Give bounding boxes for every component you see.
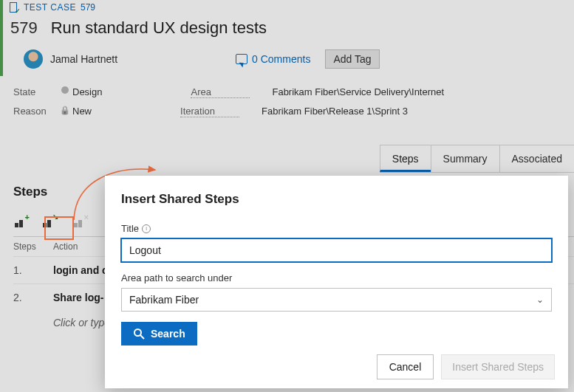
- search-button[interactable]: Search: [121, 322, 197, 345]
- area-path-select[interactable]: Fabrikam Fiber ⌄: [121, 288, 552, 312]
- fields-block: State Design Area Fabrikam Fiber\Service…: [0, 76, 574, 117]
- title-field-label: Title i: [121, 223, 552, 234]
- work-item-type-id: 579: [81, 2, 95, 13]
- tab-summary[interactable]: Summary: [431, 145, 499, 172]
- dialog-footer: Cancel Insert Shared Steps: [377, 354, 555, 379]
- area-path-value: Fabrikam Fiber: [129, 294, 199, 306]
- step-number: 2.: [13, 292, 43, 303]
- work-item-type-label: TEST CASE: [24, 2, 76, 13]
- search-icon: [133, 328, 145, 340]
- title-row: 579 Run standard UX design tests: [0, 14, 574, 45]
- state-value[interactable]: Design: [72, 86, 102, 98]
- comment-icon: [236, 54, 247, 64]
- insert-shared-steps-dialog: Insert Shared Steps Title i Area path to…: [105, 176, 568, 388]
- add-tag-button[interactable]: Add Tag: [325, 49, 379, 69]
- area-value[interactable]: Fabrikam Fiber\Service Delivery\Internet: [272, 86, 444, 98]
- info-icon[interactable]: i: [142, 224, 151, 233]
- area-label: Area: [191, 86, 250, 98]
- step-action[interactable]: Share log-: [53, 292, 103, 303]
- col-action: Action: [53, 241, 78, 252]
- test-case-icon: [9, 2, 19, 13]
- add-step-icon[interactable]: +: [13, 214, 28, 227]
- insert-shared-steps-button: Insert Shared Steps: [441, 354, 555, 379]
- avatar[interactable]: [24, 49, 43, 69]
- step-action[interactable]: login and o: [53, 264, 109, 276]
- dialog-title: Insert Shared Steps: [121, 192, 552, 207]
- tab-associated[interactable]: Associated: [499, 145, 574, 172]
- tabs-bar: Steps Summary Associated: [380, 145, 574, 173]
- work-item-type-strip: TEST CASE 579: [0, 0, 574, 14]
- area-field-label: Area path to search under: [121, 272, 552, 283]
- lock-icon: [58, 106, 72, 117]
- comments-link[interactable]: 0 Comments: [236, 53, 310, 65]
- comments-count: 0 Comments: [252, 53, 310, 65]
- meta-row: Jamal Hartnett 0 Comments Add Tag: [0, 45, 574, 76]
- toolbar-icon-disabled: ×: [72, 214, 87, 227]
- cancel-button[interactable]: Cancel: [377, 354, 434, 379]
- state-dot-icon: [61, 86, 69, 94]
- annotation-highlight-box: [44, 216, 74, 240]
- iteration-label: Iteration: [180, 106, 239, 117]
- svg-point-0: [134, 329, 141, 336]
- state-label: State: [13, 86, 58, 98]
- work-item-title[interactable]: Run standard UX design tests: [51, 18, 267, 38]
- reason-label: Reason: [13, 106, 58, 117]
- iteration-value[interactable]: Fabrikam Fiber\Release 1\Sprint 3: [262, 106, 408, 117]
- chevron-down-icon: ⌄: [536, 295, 544, 305]
- reason-value[interactable]: New: [72, 106, 92, 117]
- work-item-id: 579: [10, 18, 38, 38]
- assignee-name[interactable]: Jamal Hartnett: [50, 53, 117, 65]
- tab-steps[interactable]: Steps: [380, 145, 431, 172]
- step-number: 1.: [13, 264, 43, 276]
- svg-line-1: [140, 335, 144, 339]
- search-button-label: Search: [151, 328, 185, 340]
- title-input[interactable]: [121, 238, 552, 262]
- col-steps: Steps: [13, 241, 43, 252]
